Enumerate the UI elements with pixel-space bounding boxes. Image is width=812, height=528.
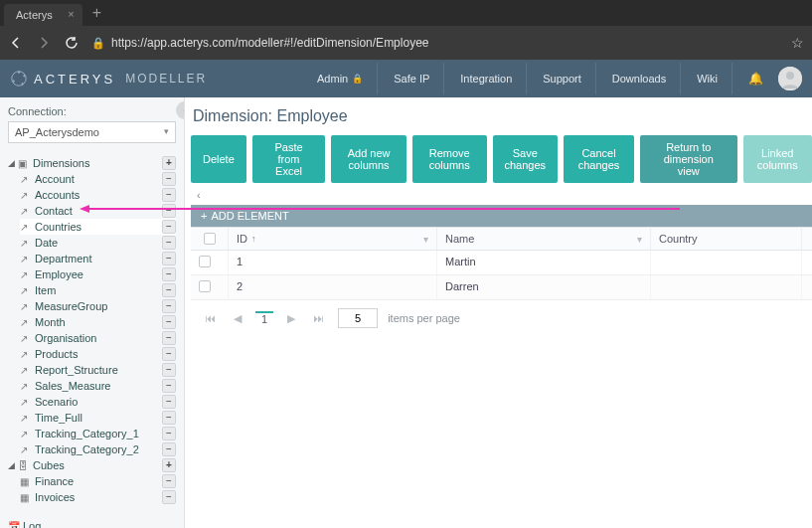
tree-cube-invoices[interactable]: ▦Invoices− [20,489,176,505]
tree-dimensions[interactable]: ◢ ▣ Dimensions + [8,155,176,171]
remove-button[interactable]: − [162,395,176,409]
url-text[interactable]: https://app.acterys.com/modeller#!/editD… [111,36,428,50]
nav-support[interactable]: Support [529,63,596,94]
pager-next[interactable]: ▶ [283,312,299,325]
table-row[interactable]: 2Darren [191,275,812,300]
remove-button[interactable]: − [162,252,176,265]
pager-first[interactable]: ⏮ [201,312,220,324]
remove-button[interactable]: − [162,172,176,186]
svg-point-6 [786,72,794,80]
nav-admin[interactable]: Admin🔒 [303,63,378,94]
items-per-page-input[interactable] [338,308,378,328]
row-checkbox[interactable] [191,275,229,299]
close-icon[interactable]: × [68,8,74,20]
notifications-icon[interactable]: 🔔 [742,66,768,91]
delete-button[interactable]: Delete [191,135,246,183]
remove-button[interactable]: − [162,442,176,456]
save-changes-button[interactable]: Save changes [493,135,559,183]
row-checkbox[interactable] [191,251,229,274]
nav-safe-ip[interactable]: Safe IP [380,63,444,94]
tree-dim-countries[interactable]: ↗Countries− [20,219,176,235]
link-icon: ↗ [20,429,32,440]
remove-button[interactable]: − [162,474,176,488]
remove-button[interactable]: − [162,267,176,281]
remove-button[interactable]: − [162,220,176,234]
filter-icon[interactable]: ▾ [423,234,428,245]
tree-dim-department[interactable]: ↗Department− [20,251,176,266]
pager-prev[interactable]: ◀ [230,312,245,325]
pager-last[interactable]: ⏭ [309,312,328,324]
remove-button[interactable]: − [162,315,176,329]
tree-dim-organisation[interactable]: ↗Organisation− [20,330,176,346]
table-row[interactable]: 1Martin [191,251,812,275]
remove-button[interactable]: − [162,490,176,504]
paste-excel-button[interactable]: Paste from Excel [252,135,325,183]
add-cube-button[interactable]: + [162,458,176,472]
remove-button[interactable]: − [162,427,176,440]
add-element-button[interactable]: + ADD ELEMENT [191,205,812,227]
remove-button[interactable]: − [162,188,176,202]
tree-dim-date[interactable]: ↗Date− [20,235,176,251]
cell-country[interactable] [651,275,802,299]
tree-dim-scenario[interactable]: ↗Scenario− [20,394,176,410]
nav-integration[interactable]: Integration [446,63,527,94]
refresh-button[interactable] [64,35,80,51]
tree-dim-report_structure[interactable]: ↗Report_Structure− [20,362,176,378]
nav-downloads[interactable]: Downloads [598,63,681,94]
remove-columns-button[interactable]: Remove columns [412,135,487,183]
sidebar: ‹ Connection: AP_Acterysdemo ◢ ▣ Dimensi… [0,97,185,528]
forward-button[interactable] [36,35,52,51]
tree-dim-sales_measure[interactable]: ↗Sales_Measure− [20,378,176,394]
tree-dim-tracking_category_2[interactable]: ↗Tracking_Category_2− [20,441,176,457]
link-icon: ↗ [20,349,32,360]
connection-select[interactable]: AP_Acterysdemo [8,121,176,143]
add-dimension-button[interactable]: + [162,156,176,170]
header-country[interactable]: Country [651,228,802,250]
linked-columns-button[interactable]: Linked columns [743,135,812,183]
tree-dim-measuregroup[interactable]: ↗MeasureGroup− [20,298,176,314]
remove-button[interactable]: − [162,283,176,297]
tree-dim-account[interactable]: ↗Account− [20,171,176,187]
browser-tab[interactable]: Acterys × [4,4,82,26]
brand-logo[interactable]: ACTERYS [10,70,115,88]
cell-name[interactable]: Martin [437,251,651,274]
tree-dim-accounts[interactable]: ↗Accounts− [20,187,176,203]
cell-id[interactable]: 2 [229,275,437,299]
cell-country[interactable] [651,251,802,274]
remove-button[interactable]: − [162,379,176,393]
header-checkbox[interactable] [191,228,229,250]
filter-icon[interactable]: ▾ [637,234,642,245]
remove-button[interactable]: − [162,204,176,218]
header-name[interactable]: Name▾ [437,228,651,250]
sidebar-collapse-button[interactable]: ‹ [176,101,185,119]
remove-button[interactable]: − [162,411,176,425]
tree-dim-tracking_category_1[interactable]: ↗Tracking_Category_1− [20,426,176,441]
favorite-icon[interactable]: ☆ [791,35,804,51]
tree-dim-employee[interactable]: ↗Employee− [20,266,176,282]
sidebar-log[interactable]: 📅Log [8,517,176,528]
nav-wiki[interactable]: Wiki [683,63,732,94]
back-button[interactable] [8,35,24,51]
remove-button[interactable]: − [162,236,176,250]
tree-dim-products[interactable]: ↗Products− [20,346,176,362]
return-view-button[interactable]: Return to dimension view [640,135,737,183]
cancel-changes-button[interactable]: Cancel changes [564,135,634,183]
scroll-left-hint[interactable]: ‹ [191,185,812,205]
tree-cubes[interactable]: ◢ 🗄 Cubes + [8,457,176,473]
tree-dim-month[interactable]: ↗Month− [20,314,176,330]
header-id[interactable]: ID↑▾ [229,228,437,250]
remove-button[interactable]: − [162,299,176,313]
tree-dim-item[interactable]: ↗Item− [20,282,176,298]
add-columns-button[interactable]: Add new columns [331,135,406,183]
remove-button[interactable]: − [162,347,176,361]
remove-button[interactable]: − [162,331,176,345]
remove-button[interactable]: − [162,363,176,377]
tree-cube-finance[interactable]: ▦Finance− [20,473,176,489]
tree-dim-time_full[interactable]: ↗Time_Full− [20,410,176,426]
avatar[interactable] [778,67,802,90]
cell-id[interactable]: 1 [229,251,437,274]
tree-dim-contact[interactable]: ↗Contact− [20,203,176,219]
svg-point-3 [22,83,24,85]
new-tab-button[interactable]: + [82,4,111,26]
cell-name[interactable]: Darren [437,275,651,299]
